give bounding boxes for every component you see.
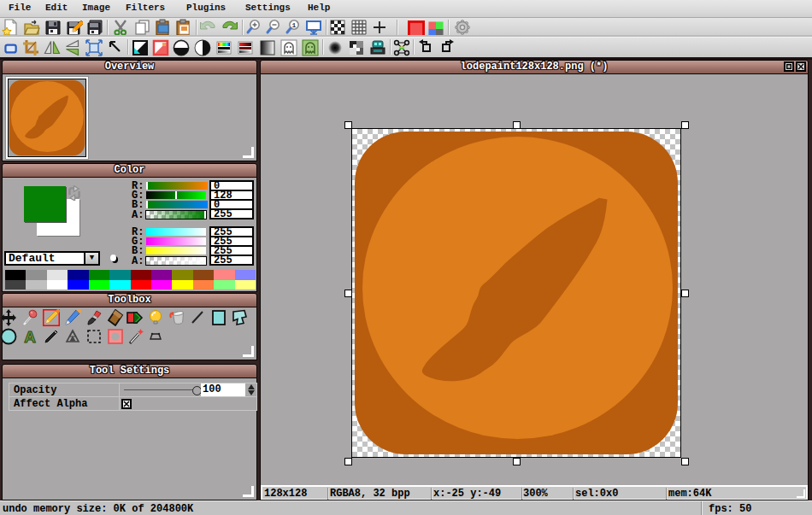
svg-text:A: A [24, 328, 36, 345]
svg-text:1: 1 [292, 21, 297, 29]
